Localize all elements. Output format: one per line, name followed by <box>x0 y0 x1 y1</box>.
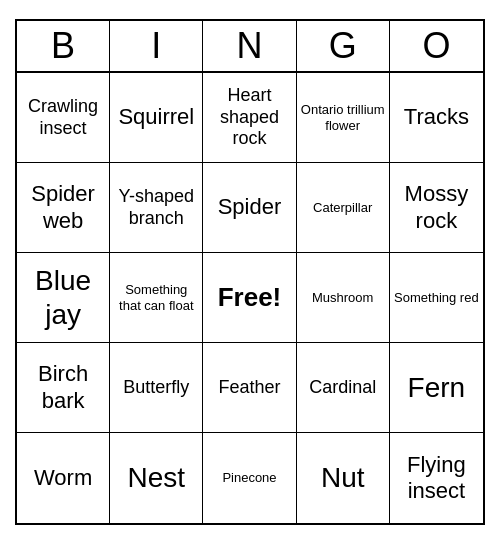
bingo-cell: Nest <box>110 433 203 523</box>
header-letter: O <box>390 21 483 71</box>
bingo-cell: Pinecone <box>203 433 296 523</box>
header-letter: B <box>17 21 110 71</box>
header-letter: N <box>203 21 296 71</box>
bingo-grid: Crawling insectSquirrelHeart shaped rock… <box>17 73 483 523</box>
bingo-cell: Something that can float <box>110 253 203 343</box>
bingo-cell: Butterfly <box>110 343 203 433</box>
bingo-header: BINGO <box>17 21 483 73</box>
header-letter: G <box>297 21 390 71</box>
bingo-cell: Cardinal <box>297 343 390 433</box>
bingo-cell: Birch bark <box>17 343 110 433</box>
bingo-cell: Blue jay <box>17 253 110 343</box>
bingo-cell: Worm <box>17 433 110 523</box>
bingo-cell: Squirrel <box>110 73 203 163</box>
bingo-cell: Y-shaped branch <box>110 163 203 253</box>
bingo-cell: Free! <box>203 253 296 343</box>
bingo-cell: Mossy rock <box>390 163 483 253</box>
header-letter: I <box>110 21 203 71</box>
bingo-card: BINGO Crawling insectSquirrelHeart shape… <box>15 19 485 525</box>
bingo-cell: Flying insect <box>390 433 483 523</box>
bingo-cell: Mushroom <box>297 253 390 343</box>
bingo-cell: Nut <box>297 433 390 523</box>
bingo-cell: Crawling insect <box>17 73 110 163</box>
bingo-cell: Caterpillar <box>297 163 390 253</box>
bingo-cell: Ontario trillium flower <box>297 73 390 163</box>
bingo-cell: Feather <box>203 343 296 433</box>
bingo-cell: Spider web <box>17 163 110 253</box>
bingo-cell: Spider <box>203 163 296 253</box>
bingo-cell: Heart shaped rock <box>203 73 296 163</box>
bingo-cell: Something red <box>390 253 483 343</box>
bingo-cell: Fern <box>390 343 483 433</box>
bingo-cell: Tracks <box>390 73 483 163</box>
